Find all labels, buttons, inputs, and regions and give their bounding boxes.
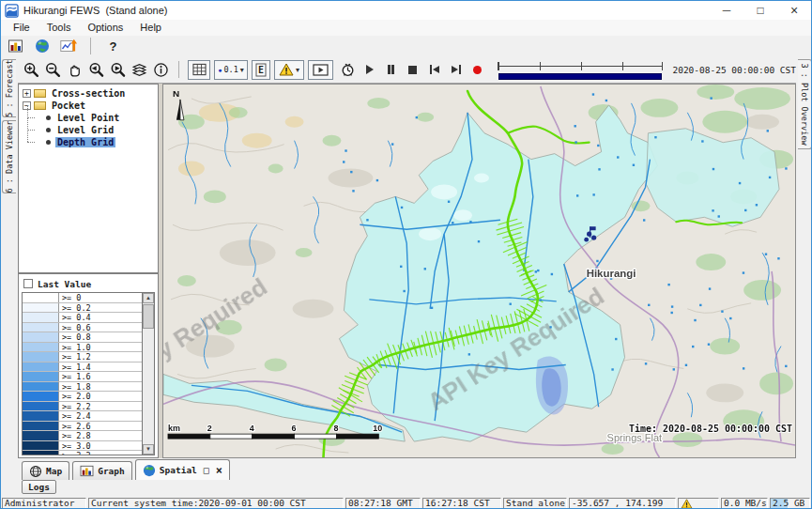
tree-label: Level Grid — [55, 125, 115, 135]
map-canvas[interactable]: API Key Required API Key Required Hikura… — [163, 85, 795, 457]
tree-row-cross-section[interactable]: + Cross-section — [21, 87, 156, 99]
panel-maximize-icon[interactable]: □ — [204, 465, 209, 475]
label-button[interactable]: E — [252, 60, 270, 80]
minimize-icon[interactable]: ─ — [710, 1, 743, 20]
pan-icon[interactable] — [66, 61, 84, 79]
globe-icon[interactable] — [33, 38, 51, 55]
legend-label: >= 3.0 — [58, 441, 142, 451]
tree-row-depth-grid[interactable]: Depth Grid — [21, 136, 156, 147]
scroll-up-icon[interactable]: ▲ — [143, 293, 154, 303]
tree-label: Cross-section — [50, 88, 127, 99]
status-coordinates: -35.657 , 174.199 — [569, 498, 676, 509]
zoom-in-icon[interactable] — [23, 61, 40, 79]
title-bar[interactable]: Hikurangi FEWS (Stand alone) ─ □ × — [1, 1, 811, 20]
help-icon[interactable]: ? — [104, 38, 122, 55]
legend-label: >= 2.8 — [58, 431, 142, 440]
expander-icon[interactable]: + — [23, 89, 31, 98]
tree-row-level-point[interactable]: Level Point — [21, 112, 156, 123]
tab-plot-overview[interactable]: 3 : Plot Overview — [798, 59, 812, 149]
legend-swatch — [23, 343, 58, 352]
legend-swatch — [23, 402, 58, 411]
legend-swatch — [23, 441, 58, 451]
menu-tools[interactable]: Tools — [38, 20, 80, 36]
tree-row-level-grid[interactable]: Level Grid — [21, 124, 156, 135]
zoom-next-icon[interactable] — [109, 61, 127, 79]
pause-button[interactable] — [384, 62, 398, 77]
threshold-dropdown[interactable]: ● 0.1 ▾ — [214, 60, 248, 80]
legend-swatch — [23, 313, 58, 322]
timestep-icon[interactable] — [339, 61, 357, 79]
stop-button[interactable] — [406, 62, 420, 77]
tab-data-viewer[interactable]: 6 : Data Viewer — [2, 120, 16, 193]
tab-graph[interactable]: Graph — [72, 461, 132, 480]
database-icon[interactable] — [7, 38, 24, 55]
legend-row: >= 1.6 — [23, 372, 142, 382]
tree-row-pocket[interactable]: − Pocket — [21, 100, 156, 111]
legend-swatch — [23, 392, 58, 401]
application-window: Hikurangi FEWS (Stand alone) ─ □ × File … — [0, 0, 812, 509]
legend-label: >= 1.4 — [58, 362, 142, 372]
maximize-icon[interactable]: □ — [743, 1, 777, 20]
legend-label: >= 1.8 — [58, 382, 142, 392]
toolbar-separator — [178, 61, 179, 78]
svg-text:8: 8 — [333, 424, 338, 433]
close-icon[interactable]: × — [777, 1, 811, 20]
layers-icon[interactable] — [130, 61, 148, 79]
import-series-icon[interactable] — [59, 38, 77, 55]
tab-spatial[interactable]: Spatial □ × — [135, 459, 230, 480]
legend-row: >= 2.8 — [23, 431, 142, 441]
play-button[interactable] — [362, 62, 376, 77]
legend-label: >= 0.4 — [58, 313, 142, 322]
legend-swatch — [23, 431, 58, 440]
tree-label-selected: Depth Grid — [55, 137, 115, 147]
logs-button[interactable]: Logs — [22, 480, 56, 494]
legend-label: >= 1.2 — [58, 352, 142, 362]
window-title: Hikurangi FEWS (Stand alone) — [23, 5, 167, 16]
last-value-checkbox[interactable] — [23, 279, 33, 288]
legend-panel: Last Value >= 0>= 0.2>= 0.4>= 0.6>= 0.8>… — [18, 273, 159, 458]
legend-label: >= 2.2 — [58, 402, 142, 411]
legend-label: >= 0.2 — [58, 303, 142, 313]
step-forward-button[interactable] — [449, 62, 463, 77]
status-warning-cell[interactable] — [678, 498, 719, 509]
scrollbar-track[interactable] — [143, 303, 154, 444]
tab-map[interactable]: Map — [22, 461, 69, 480]
timeline-slider[interactable] — [498, 57, 663, 82]
warning-dropdown[interactable]: ▾ — [274, 60, 304, 80]
grid-button[interactable] — [188, 60, 210, 80]
legend-label: >= 1.6 — [58, 372, 142, 381]
legend-header: Last Value — [22, 277, 155, 290]
caret-icon: ▾ — [240, 66, 244, 74]
legend-swatch — [23, 352, 58, 362]
legend-swatch — [23, 323, 58, 332]
legend-table-rows: >= 0>= 0.2>= 0.4>= 0.6>= 0.8>= 1.0>= 1.2… — [23, 293, 142, 455]
info-icon[interactable] — [152, 61, 170, 79]
step-backward-button[interactable] — [427, 62, 441, 77]
zoom-previous-icon[interactable] — [87, 61, 105, 79]
scroll-down-icon[interactable]: ▼ — [143, 444, 154, 455]
stop-icon — [408, 66, 417, 74]
menu-help[interactable]: Help — [131, 20, 170, 36]
app-icon — [5, 4, 19, 18]
tab-forecast[interactable]: 5 : Forecast — [2, 59, 16, 117]
menu-file[interactable]: File — [5, 20, 38, 36]
legend-row: >= 1.8 — [23, 382, 142, 393]
legend-label: >= 1.0 — [58, 343, 142, 352]
record-button[interactable] — [470, 62, 484, 77]
menu-options[interactable]: Options — [79, 20, 131, 36]
legend-row: >= 0.4 — [23, 313, 142, 323]
animation-button[interactable] — [308, 60, 333, 80]
timeline-range-bar[interactable] — [498, 73, 662, 80]
legend-swatch — [23, 422, 58, 431]
legend-label: >= 0.6 — [58, 323, 142, 332]
bullet-icon — [46, 128, 51, 132]
legend-scrollbar[interactable]: ▲ ▼ — [142, 293, 154, 455]
status-mode: Stand alone — [503, 498, 567, 509]
legend-row: >= 1.4 — [23, 362, 142, 373]
legend-row: >= 1.0 — [23, 343, 142, 353]
scrollbar-thumb[interactable] — [143, 304, 154, 329]
zoom-out-icon[interactable] — [44, 61, 62, 79]
scale-unit: km — [168, 424, 180, 433]
graph-bars-icon — [80, 465, 94, 477]
panel-close-icon[interactable]: × — [216, 464, 222, 477]
